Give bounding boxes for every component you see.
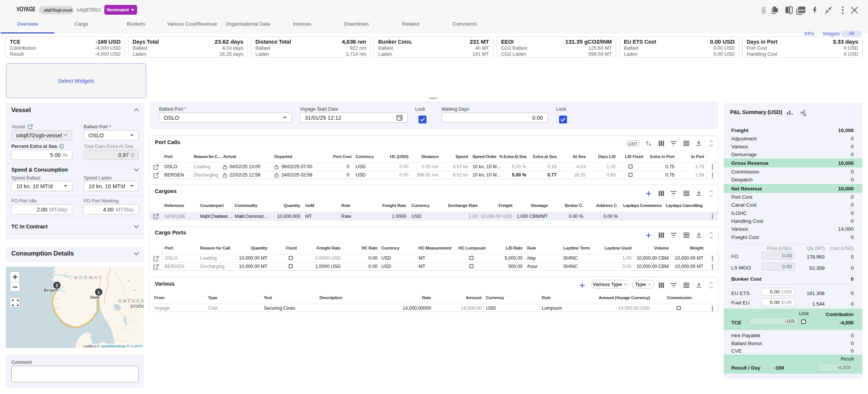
svg-text:2: 2	[56, 283, 58, 288]
svg-text:NORWAY: NORWAY	[74, 275, 103, 280]
svg-text:STOCKH: STOCKH	[130, 304, 144, 309]
svg-text:Leaflet | © OpenStreetMap © CA: Leaflet | © OpenStreetMap © CARTO	[83, 344, 143, 348]
svg-text:PDF: PDF	[799, 9, 805, 12]
svg-text:SWEDEN: SWEDEN	[118, 298, 144, 304]
svg-text:1: 1	[98, 290, 100, 295]
